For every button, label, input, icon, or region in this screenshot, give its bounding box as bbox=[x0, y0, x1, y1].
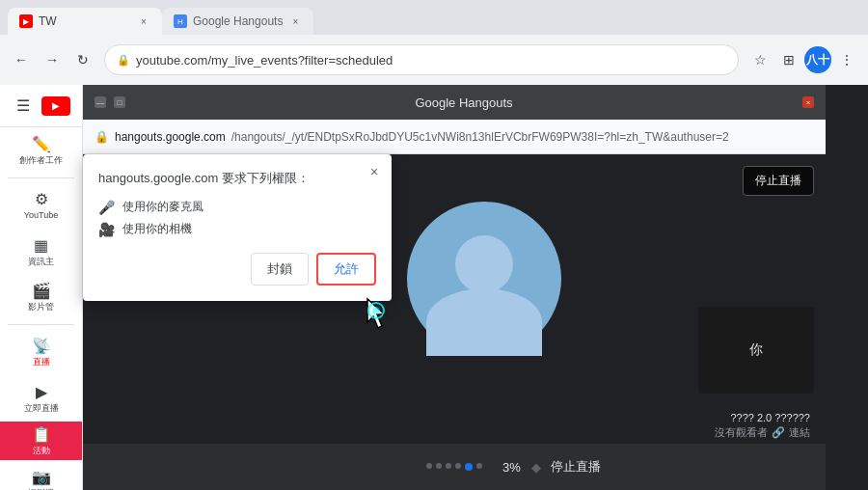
refresh-button[interactable]: ↻ bbox=[69, 46, 96, 73]
hamburger-icon[interactable]: ☰ bbox=[13, 93, 34, 119]
dialog-buttons: 封鎖 允許 bbox=[98, 253, 376, 286]
progress-percent: 3% bbox=[502, 460, 521, 475]
browser-chrome: ▶ TW × H Google Hangouts × ← → ↻ 🔒 youtu… bbox=[0, 0, 868, 85]
sidebar-item-youtube[interactable]: ⚙ YouTube bbox=[0, 182, 82, 229]
hangouts-bottom-bar: 3% ◆ 停止直播 bbox=[83, 444, 826, 490]
sidebar-go-live-label: 立即直播 bbox=[24, 403, 59, 414]
sidebar-livestream-label: 直播 bbox=[33, 357, 50, 368]
tab-youtube[interactable]: ▶ TW × bbox=[8, 8, 162, 35]
sidebar-creator-tools-label: 創作者工作 bbox=[19, 155, 63, 166]
stream-title: ???? 2.0 ?????? bbox=[715, 412, 810, 423]
main-container: ☰ ✏️ 創作者工作 ⚙ YouTube ▦ 資訊主 🎬 影片管 bbox=[0, 85, 868, 490]
videos-icon: 🎬 bbox=[32, 282, 51, 300]
dot-1 bbox=[426, 463, 432, 469]
dot-3 bbox=[446, 463, 451, 469]
browser-tabs: ▶ TW × H Google Hangouts × bbox=[0, 0, 868, 35]
secure-icon: 🔒 bbox=[117, 54, 130, 67]
sidebar-videos-label: 影片管 bbox=[28, 302, 54, 313]
forward-button[interactable]: → bbox=[39, 46, 66, 73]
tab-hangouts-label: Google Hangouts bbox=[193, 14, 283, 28]
cursor bbox=[363, 297, 392, 336]
hangouts-content: × hangouts.google.com 要求下列權限： 🎤 使用你的麥克風 … bbox=[83, 154, 826, 444]
bottom-separator: ◆ bbox=[531, 460, 541, 475]
close-button[interactable]: × bbox=[802, 96, 814, 108]
block-button[interactable]: 封鎖 bbox=[251, 253, 309, 286]
link-label: 連結 bbox=[789, 425, 810, 440]
divider-1 bbox=[8, 177, 74, 178]
minimize-button[interactable]: — bbox=[95, 96, 106, 108]
permission-camera: 🎥 使用你的相機 bbox=[98, 221, 376, 237]
sidebar-top: ☰ bbox=[0, 85, 82, 127]
sidebar-nav: ✏️ 創作者工作 ⚙ YouTube ▦ 資訊主 🎬 影片管 📡 直播 bbox=[0, 127, 82, 490]
viewers-label: 沒有觀看者 bbox=[715, 425, 768, 440]
sidebar-item-events[interactable]: 📋 活動 bbox=[0, 422, 82, 460]
hangouts-titlebar: — □ Google Hangouts × bbox=[83, 85, 826, 120]
camera-label: 使用你的相機 bbox=[122, 221, 192, 237]
avatar-circle bbox=[407, 202, 561, 356]
maximize-button[interactable]: □ bbox=[114, 96, 125, 108]
dialog-close-button[interactable]: × bbox=[365, 162, 384, 181]
stop-broadcast-button[interactable]: 停止直播 bbox=[743, 166, 814, 196]
events-icon: 📋 bbox=[32, 425, 51, 444]
address-url-text: youtube.com/my_live_events?filter=schedu… bbox=[136, 53, 393, 68]
sidebar-dashboard-label: 資訊主 bbox=[28, 257, 54, 267]
sidebar-item-videos[interactable]: 🎬 影片管 bbox=[0, 274, 82, 320]
hangouts-address-path: /hangouts/_/yt/ENDtpSxRoJbdDYU5c1vNWi8n1… bbox=[231, 130, 729, 144]
sidebar-events-label: 活動 bbox=[33, 446, 50, 456]
dialog-title: hangouts.google.com 要求下列權限： bbox=[98, 170, 376, 187]
go-live-icon: ▶ bbox=[36, 383, 47, 401]
profile-avatar[interactable]: 八十 bbox=[804, 46, 831, 73]
svg-point-0 bbox=[368, 303, 384, 318]
grid-button[interactable]: ⊞ bbox=[775, 46, 802, 73]
avatar-body bbox=[426, 288, 542, 356]
progress-dots bbox=[426, 463, 482, 471]
hangouts-favicon: H bbox=[174, 14, 187, 28]
yt-logo[interactable] bbox=[41, 96, 70, 116]
browser-toolbar: ← → ↻ 🔒 youtube.com/my_live_events?filte… bbox=[0, 35, 868, 85]
camera-permission-icon: 🎥 bbox=[98, 222, 115, 237]
permission-dialog: × hangouts.google.com 要求下列權限： 🎤 使用你的麥克風 … bbox=[83, 154, 392, 301]
stream-info: ???? 2.0 ?????? 沒有觀看者 🔗 連結 bbox=[715, 412, 810, 440]
dot-4 bbox=[455, 463, 461, 469]
tab-youtube-label: TW bbox=[39, 14, 57, 28]
toolbar-actions: ☆ ⊞ 八十 ⋮ bbox=[746, 46, 860, 73]
star-button[interactable]: ☆ bbox=[746, 46, 773, 73]
preview-box: 你 bbox=[698, 307, 814, 394]
sidebar-item-dashboard[interactable]: ▦ 資訊主 bbox=[0, 229, 82, 275]
back-button[interactable]: ← bbox=[8, 46, 35, 73]
avatar-head bbox=[455, 235, 513, 293]
divider-2 bbox=[8, 324, 74, 325]
dot-6 bbox=[476, 463, 482, 469]
address-bar[interactable]: 🔒 youtube.com/my_live_events?filter=sche… bbox=[104, 44, 739, 75]
stream-sub-info: 沒有觀看者 🔗 連結 bbox=[715, 425, 810, 440]
creator-tools-icon: ✏️ bbox=[32, 135, 51, 153]
hangouts-address-host: hangouts.google.com bbox=[115, 130, 226, 144]
window-controls: — □ bbox=[95, 96, 125, 108]
youtube-favicon: ▶ bbox=[19, 14, 33, 28]
dot-2 bbox=[436, 463, 442, 469]
svg-point-1 bbox=[372, 307, 380, 314]
microphone-label: 使用你的麥克風 bbox=[122, 199, 203, 215]
bottom-stop-label[interactable]: 停止直播 bbox=[551, 458, 601, 476]
livestream-icon: 📡 bbox=[32, 337, 51, 355]
hangouts-addressbar: 🔒 hangouts.google.com /hangouts/_/yt/END… bbox=[83, 120, 826, 154]
hangouts-window: — □ Google Hangouts × 🔒 hangouts.google.… bbox=[83, 85, 826, 490]
hangouts-secure-icon: 🔒 bbox=[95, 130, 109, 144]
tab-close-btn[interactable]: × bbox=[137, 14, 150, 28]
hangouts-window-title: Google Hangouts bbox=[133, 95, 795, 110]
sidebar-item-go-live[interactable]: ▶ 立即直播 bbox=[0, 375, 82, 422]
preview-label: 你 bbox=[749, 341, 763, 359]
tab-hangouts-close[interactable]: × bbox=[288, 14, 302, 28]
sidebar-item-livestream[interactable]: 📡 直播 bbox=[0, 329, 82, 375]
microphone-icon: 🎤 bbox=[98, 200, 115, 215]
more-button[interactable]: ⋮ bbox=[833, 46, 860, 73]
allow-button[interactable]: 允許 bbox=[316, 253, 376, 286]
link-icon: 🔗 bbox=[772, 426, 785, 439]
sidebar-item-creator-tools[interactable]: ✏️ 創作者工作 bbox=[0, 127, 82, 174]
tab-hangouts[interactable]: H Google Hangouts × bbox=[162, 8, 313, 35]
youtube-icon: ⚙ bbox=[35, 190, 48, 208]
dot-5-active bbox=[465, 463, 473, 471]
sidebar-item-camera[interactable]: 📷 攝影機 bbox=[0, 460, 82, 490]
sidebar: ☰ ✏️ 創作者工作 ⚙ YouTube ▦ 資訊主 🎬 影片管 bbox=[0, 85, 83, 490]
camera-icon: 📷 bbox=[32, 468, 51, 486]
